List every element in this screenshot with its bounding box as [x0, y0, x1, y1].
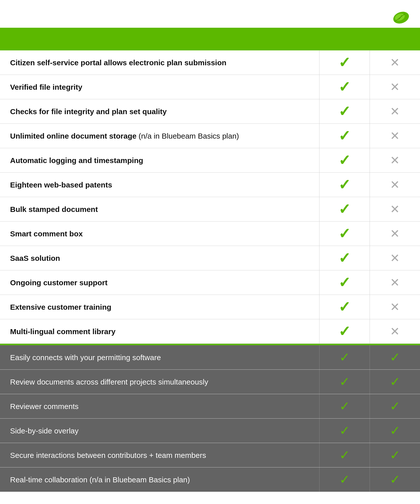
check-green-icon-dark-bb: ✓ — [390, 350, 400, 365]
x-mark-icon: ✕ — [390, 153, 400, 167]
eplansoft-check-col: ✓ — [319, 222, 370, 246]
bluebeam-x-col: ✕ — [370, 173, 420, 197]
bluebeam-check-col-dark: ✓ — [370, 370, 420, 394]
eplansoft-check-col: ✓ — [319, 75, 370, 99]
x-mark-icon: ✕ — [390, 105, 400, 118]
x-mark-icon: ✕ — [390, 80, 400, 94]
check-green-icon-dark: ✓ — [339, 423, 350, 438]
eplansoft-check-col: ✓ — [319, 124, 370, 148]
bluebeam-x-col: ✕ — [370, 197, 420, 221]
check-green-icon-dark-bb: ✓ — [390, 423, 400, 438]
x-mark-icon: ✕ — [390, 202, 400, 216]
eplansoft-check-col-dark: ✓ — [319, 370, 370, 394]
feature-name: Bulk stamped document — [0, 199, 319, 220]
x-mark-icon: ✕ — [390, 227, 400, 240]
feature-name-dark: Secure interactions between contributors… — [0, 445, 319, 466]
bluebeam-check-col-dark: ✓ — [370, 443, 420, 467]
subheader-bar — [0, 28, 420, 50]
feature-row-dark: Secure interactions between contributors… — [0, 443, 420, 467]
feature-name: Citizen self-service portal allows elect… — [0, 52, 319, 73]
x-mark-icon: ✕ — [390, 276, 400, 289]
check-green-icon-dark-bb: ✓ — [390, 374, 400, 389]
feature-name: Smart comment box — [0, 223, 319, 244]
check-green-icon-dark: ✓ — [339, 472, 350, 487]
bluebeam-check-col-dark: ✓ — [370, 345, 420, 369]
eplansoft-check-col: ✓ — [319, 270, 370, 295]
eplansoft-check-col: ✓ — [319, 246, 370, 270]
check-green-icon: ✓ — [338, 152, 351, 169]
check-green-icon: ✓ — [338, 274, 351, 291]
x-mark-icon: ✕ — [390, 300, 400, 314]
eplansoft-check-col-dark: ✓ — [319, 419, 370, 443]
feature-row: Unlimited online document storage (n/a i… — [0, 124, 420, 148]
page-container: Citizen self-service portal allows elect… — [0, 0, 420, 504]
check-green-icon-dark-bb: ✓ — [390, 399, 400, 414]
eplansoft-check-col: ✓ — [319, 99, 370, 123]
feature-name-dark: Real-time collaboration (n/a in Bluebeam… — [0, 469, 319, 490]
feature-name: Extensive customer training — [0, 297, 319, 318]
check-green-icon: ✓ — [338, 225, 351, 242]
check-green-icon: ✓ — [338, 78, 351, 96]
white-features-section: Citizen self-service portal allows elect… — [0, 50, 420, 344]
eplansoft-check-col-dark: ✓ — [319, 394, 370, 418]
check-green-icon-dark-bb: ✓ — [390, 448, 400, 462]
feature-row: Automatic logging and timestamping✓✕ — [0, 148, 420, 173]
check-green-icon: ✓ — [338, 127, 351, 144]
x-mark-icon: ✕ — [390, 325, 400, 338]
header — [0, 0, 420, 25]
check-green-icon: ✓ — [338, 298, 351, 316]
check-green-icon: ✓ — [338, 249, 351, 267]
bluebeam-x-col: ✕ — [370, 222, 420, 246]
logo-leaf-icon — [387, 10, 410, 25]
feature-row-dark: Easily connects with your permitting sof… — [0, 345, 420, 370]
check-green-icon-dark: ✓ — [339, 350, 350, 365]
check-green-icon: ✓ — [338, 323, 351, 340]
eplansoft-check-col-dark: ✓ — [319, 345, 370, 369]
eplansoft-check-col-dark: ✓ — [319, 467, 370, 492]
bluebeam-x-col: ✕ — [370, 270, 420, 295]
x-mark-icon: ✕ — [390, 56, 400, 69]
eplansoft-check-col: ✓ — [319, 148, 370, 172]
feature-row: Citizen self-service portal allows elect… — [0, 50, 420, 75]
eplansoft-check-col: ✓ — [319, 173, 370, 197]
bluebeam-x-col: ✕ — [370, 124, 420, 148]
bluebeam-x-col: ✕ — [370, 50, 420, 75]
feature-row-dark: Reviewer comments✓✓ — [0, 394, 420, 419]
bluebeam-x-col: ✕ — [370, 319, 420, 343]
feature-name: Eighteen web-based patents — [0, 174, 319, 195]
feature-name: Multi-lingual comment library — [0, 321, 319, 342]
check-green-icon-dark-bb: ✓ — [390, 472, 400, 487]
check-green-icon-dark: ✓ — [339, 374, 350, 389]
feature-row-dark: Review documents across different projec… — [0, 370, 420, 394]
feature-name: Checks for file integrity and plan set q… — [0, 101, 319, 122]
feature-row: Bulk stamped document✓✕ — [0, 197, 420, 222]
check-green-icon: ✓ — [338, 176, 351, 193]
feature-row: Multi-lingual comment library✓✕ — [0, 319, 420, 344]
bluebeam-check-col-dark: ✓ — [370, 394, 420, 418]
feature-row: Verified file integrity✓✕ — [0, 75, 420, 99]
feature-name: Verified file integrity — [0, 77, 319, 98]
feature-name: Unlimited online document storage (n/a i… — [0, 125, 319, 146]
bluebeam-x-col: ✕ — [370, 246, 420, 270]
x-mark-icon: ✕ — [390, 251, 400, 265]
dark-features-section: Easily connects with your permitting sof… — [0, 345, 420, 492]
logo-area — [387, 8, 410, 25]
feature-name: Ongoing customer support — [0, 272, 319, 293]
check-green-icon: ✓ — [338, 201, 351, 218]
bluebeam-x-col: ✕ — [370, 295, 420, 319]
feature-row: Smart comment box✓✕ — [0, 222, 420, 246]
check-green-icon-dark: ✓ — [339, 448, 350, 462]
feature-row: Ongoing customer support✓✕ — [0, 270, 420, 295]
feature-row-dark: Side-by-side overlay✓✓ — [0, 419, 420, 443]
check-green-icon: ✓ — [338, 54, 351, 71]
bluebeam-x-col: ✕ — [370, 75, 420, 99]
feature-name-dark: Review documents across different projec… — [0, 371, 319, 392]
feature-name-dark: Easily connects with your permitting sof… — [0, 347, 319, 368]
feature-name-dark: Side-by-side overlay — [0, 420, 319, 441]
feature-name-dark: Reviewer comments — [0, 396, 319, 417]
check-green-icon-dark: ✓ — [339, 399, 350, 414]
bluebeam-x-col: ✕ — [370, 148, 420, 172]
check-green-icon: ✓ — [338, 103, 351, 120]
feature-row: Extensive customer training✓✕ — [0, 295, 420, 319]
eplansoft-check-col: ✓ — [319, 319, 370, 343]
